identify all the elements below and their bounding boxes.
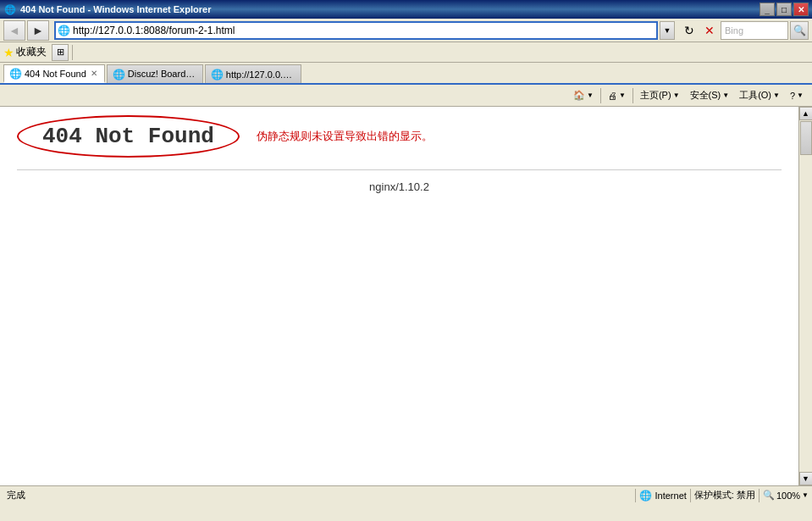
internet-icon: 🌐 bbox=[639, 490, 652, 502]
status-bar: 完成 🌐 Internet 保护模式: 禁用 🔍 100% ▼ bbox=[0, 485, 812, 504]
status-ready: 完成 bbox=[3, 489, 633, 502]
tools-button[interactable]: 工具(O) ▼ bbox=[734, 87, 785, 103]
home-icon: 🏠 bbox=[573, 90, 585, 101]
scroll-down-button[interactable]: ▼ bbox=[799, 472, 813, 485]
search-button[interactable]: 🔍 bbox=[790, 21, 809, 40]
command-bar: 🏠 ▼ 🖨 ▼ 主页(P) ▼ 安全(S) ▼ 工具(O) ▼ ? ▼ bbox=[0, 85, 812, 107]
window-controls: _ □ ✕ bbox=[760, 3, 809, 16]
browser-content: 404 Not Found 伪静态规则未设置导致出错的显示。 nginx/1.1… bbox=[0, 107, 798, 485]
internet-label: Internet bbox=[655, 491, 687, 501]
nav-bar: ◄ ► 🌐 ▼ ↻ ✕ 🔍 bbox=[0, 19, 812, 42]
browser-icon: 🌐 bbox=[3, 3, 17, 16]
tab-discuz[interactable]: 🌐 Discuz! Board 管 ... bbox=[107, 64, 203, 83]
back-button[interactable]: ◄ bbox=[3, 20, 25, 41]
tab-icon-discuz: 🌐 bbox=[113, 69, 125, 80]
tab-404[interactable]: 🌐 404 Not Found ✕ bbox=[3, 64, 105, 83]
tab-local[interactable]: 🌐 http://127.0.0.1... bbox=[205, 64, 301, 83]
title-bar-left: 🌐 404 Not Found - Windows Internet Explo… bbox=[3, 3, 211, 16]
zoom-dropdown[interactable]: ▼ bbox=[802, 491, 809, 499]
safety-label: 安全(S) bbox=[690, 89, 721, 102]
help-button[interactable]: ? ▼ bbox=[785, 89, 809, 103]
home-button[interactable]: 🏠 ▼ bbox=[568, 88, 599, 103]
print-button[interactable]: 🖨 ▼ bbox=[603, 89, 631, 103]
status-sep1 bbox=[635, 489, 636, 502]
close-button[interactable]: ✕ bbox=[793, 3, 809, 16]
status-right: 🌐 Internet 保护模式: 禁用 🔍 100% ▼ bbox=[635, 489, 809, 502]
star-icon: ★ bbox=[3, 46, 14, 59]
nav-right-buttons: ↻ ✕ bbox=[680, 21, 719, 40]
nginx-version: nginx/1.10.2 bbox=[0, 174, 798, 200]
zoom-icon: 🔍 bbox=[763, 490, 775, 501]
safety-button[interactable]: 安全(S) ▼ bbox=[685, 87, 735, 103]
title-bar: 🌐 404 Not Found - Windows Internet Explo… bbox=[0, 0, 812, 19]
tab-label-discuz: Discuz! Board 管 ... bbox=[128, 68, 196, 80]
tab-icon-404: 🌐 bbox=[9, 68, 22, 80]
maximize-button[interactable]: □ bbox=[776, 3, 792, 16]
error-title: 404 Not Found bbox=[17, 115, 240, 158]
cmd-sep1 bbox=[600, 88, 601, 103]
address-bar-container: 🌐 ▼ bbox=[54, 21, 675, 40]
divider-line bbox=[17, 169, 782, 170]
browser-content-wrapper: 404 Not Found 伪静态规则未设置导致出错的显示。 nginx/1.1… bbox=[0, 107, 812, 485]
forward-button[interactable]: ► bbox=[27, 20, 49, 41]
print-icon: 🖨 bbox=[608, 91, 617, 101]
zoom-button[interactable]: 🔍 100% ▼ bbox=[763, 490, 809, 501]
scrollbar-vertical[interactable]: ▲ ▼ bbox=[798, 107, 812, 485]
status-sep3 bbox=[759, 489, 760, 502]
fav-separator bbox=[72, 45, 73, 60]
help-label: ? bbox=[790, 91, 795, 101]
tools-label: 工具(O) bbox=[739, 89, 771, 102]
tab-label-local: http://127.0.0.1... bbox=[226, 69, 294, 80]
address-input-wrapper: 🌐 bbox=[54, 21, 658, 40]
favorites-bar: ★ 收藏夹 ⊞ bbox=[0, 42, 812, 63]
protected-mode-label: 保护模式: 禁用 bbox=[694, 489, 755, 502]
scroll-thumb[interactable] bbox=[800, 121, 812, 155]
stop-button[interactable]: ✕ bbox=[700, 21, 719, 40]
error-note: 伪静态规则未设置导致出错的显示。 bbox=[257, 129, 433, 144]
error-section: 404 Not Found 伪静态规则未设置导致出错的显示。 bbox=[0, 107, 798, 166]
cmd-sep2 bbox=[632, 88, 633, 103]
zoom-level: 100% bbox=[776, 491, 800, 501]
scroll-track[interactable] bbox=[799, 120, 812, 472]
tabs-bar: 🌐 404 Not Found ✕ 🌐 Discuz! Board 管 ... … bbox=[0, 63, 812, 85]
home-dropdown[interactable]: ▼ bbox=[587, 91, 594, 99]
favorites-label[interactable]: 收藏夹 bbox=[16, 45, 47, 59]
address-dropdown[interactable]: ▼ bbox=[660, 21, 675, 40]
refresh-button[interactable]: ↻ bbox=[680, 21, 699, 40]
search-container: 🔍 bbox=[721, 21, 809, 40]
address-icon: 🌐 bbox=[58, 25, 70, 36]
grid-button[interactable]: ⊞ bbox=[52, 44, 69, 61]
tab-icon-local: 🌐 bbox=[211, 69, 224, 80]
print-dropdown[interactable]: ▼ bbox=[619, 91, 626, 99]
status-sep2 bbox=[690, 489, 691, 502]
page-label: 主页(P) bbox=[640, 89, 671, 102]
scroll-up-button[interactable]: ▲ bbox=[799, 107, 813, 120]
tab-close-404[interactable]: ✕ bbox=[91, 69, 97, 78]
address-input[interactable] bbox=[73, 25, 655, 36]
tab-label-404: 404 Not Found bbox=[25, 69, 86, 79]
minimize-button[interactable]: _ bbox=[760, 3, 775, 16]
page-button[interactable]: 主页(P) ▼ bbox=[635, 87, 685, 103]
window-title: 404 Not Found - Windows Internet Explore… bbox=[20, 4, 211, 14]
search-input[interactable] bbox=[721, 21, 788, 40]
